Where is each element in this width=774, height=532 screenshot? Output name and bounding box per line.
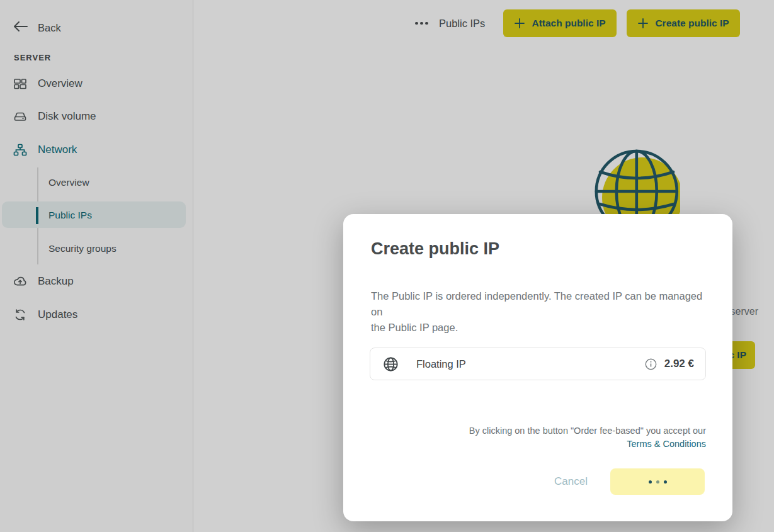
- globe-icon: [383, 356, 399, 372]
- floating-ip-option[interactable]: Floating IP 2.92 €: [370, 348, 706, 380]
- price-wrap: 2.92 €: [645, 358, 694, 370]
- loading-dots-icon: [649, 480, 667, 484]
- terms-note-text: By clicking on the button "Order fee-bas…: [469, 426, 706, 436]
- option-price: 2.92 €: [664, 358, 694, 370]
- info-circle-icon[interactable]: [645, 358, 657, 370]
- dialog-actions: Cancel: [554, 468, 705, 495]
- cancel-button[interactable]: Cancel: [554, 475, 588, 488]
- dialog-description: The Public IP is ordered independently. …: [371, 288, 708, 336]
- option-label: Floating IP: [416, 358, 466, 370]
- terms-and-conditions-link[interactable]: Terms & Conditions: [627, 439, 706, 449]
- dialog-title: Create public IP: [371, 239, 499, 259]
- terms-note: By clicking on the button "Order fee-bas…: [469, 424, 706, 451]
- create-public-ip-dialog: Create public IP The Public IP is ordere…: [343, 214, 732, 521]
- app-window: Back SERVER Overview Disk volume Netw: [0, 0, 774, 532]
- order-fee-based-button-loading[interactable]: [610, 468, 705, 495]
